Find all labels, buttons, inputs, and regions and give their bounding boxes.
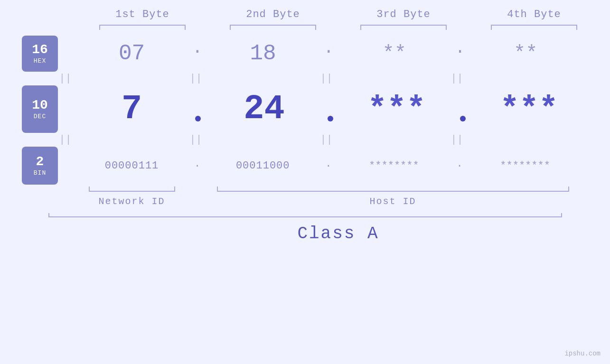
hex-dot3: . — [455, 38, 465, 58]
dec-val4: *** — [500, 91, 558, 128]
hex-val2: 18 — [250, 41, 276, 66]
bin-cell-2: 00011000 — [197, 160, 328, 172]
eq-sym-1: || — [59, 73, 71, 84]
dec-badge: 10 DEC — [22, 85, 58, 133]
bin-cell-4: ******** — [460, 160, 591, 172]
hex-values-row: 07 . 18 . ** . ** — [0, 36, 610, 72]
eq-sym-8: || — [450, 134, 463, 146]
dec-val2: 24 — [244, 90, 284, 129]
dec-cell-4: *** — [464, 91, 594, 128]
labels-row: Network ID Host ID — [0, 196, 610, 207]
byte-headers: 1st Byte 2nd Byte 3rd Byte 4th Byte — [0, 9, 610, 20]
eq-sym-3: || — [320, 73, 332, 84]
bin-cell-3: ******** — [328, 160, 459, 172]
dec-val3: *** — [367, 91, 425, 128]
eq-sym-5: || — [59, 134, 71, 146]
byte4-header: 4th Byte — [469, 9, 600, 20]
bin-val4: ******** — [500, 160, 550, 172]
hex-badge-num: 16 — [32, 43, 48, 57]
eq-sym-2: || — [189, 73, 202, 84]
bracket-byte2 — [208, 22, 338, 31]
hex-val3: ** — [383, 42, 406, 65]
eq-sym-6: || — [189, 134, 202, 146]
bin-dot2: . — [325, 158, 331, 170]
hex-cell-4: ** — [460, 42, 591, 65]
dec-cell-3: *** — [331, 91, 462, 128]
eq-sym-4: || — [450, 73, 463, 84]
eq2-2: || — [131, 134, 261, 146]
dec-cell-2: 24 — [199, 90, 329, 129]
bin-badge-num: 2 — [36, 155, 44, 169]
bin-badge: 2 BIN — [22, 147, 58, 185]
bottom-full-bracket — [44, 212, 566, 220]
bracket-byte3 — [338, 22, 469, 31]
hex-cell-1: 07 — [66, 41, 197, 66]
dec-dot1 — [195, 116, 201, 121]
hex-section: 16 HEX 07 . 18 . ** . ** — [0, 36, 610, 72]
equals-row-1: || || || || — [0, 73, 610, 84]
dec-badge-label: DEC — [34, 113, 46, 120]
hex-val4: ** — [514, 42, 537, 65]
eq-sym-7: || — [320, 134, 332, 146]
bin-values-row: 00000111 . 00011000 . ******** . *******… — [0, 147, 610, 185]
dec-values-row: 7 24 *** *** — [0, 85, 610, 133]
eq1-2: || — [131, 73, 261, 84]
hex-dot1: . — [192, 38, 203, 58]
bin-cell-1: 00000111 — [66, 160, 197, 172]
eq2-1: || — [0, 134, 131, 146]
dec-dot2 — [328, 116, 333, 121]
hex-val1: 07 — [119, 41, 145, 66]
byte1-header: 1st Byte — [77, 9, 208, 20]
bin-badge-label: BIN — [34, 169, 46, 177]
hex-cell-3: ** — [329, 42, 460, 65]
bottom-bracket-row — [0, 186, 610, 194]
eq1-1: || — [0, 73, 131, 84]
bracket-byte4 — [469, 22, 600, 31]
top-bracket-row — [0, 22, 610, 31]
dec-cell-1: 7 — [66, 90, 197, 129]
dec-badge-num: 10 — [32, 98, 48, 113]
eq1-3: || — [261, 73, 392, 84]
hex-badge-label: HEX — [34, 57, 46, 65]
eq1-4: || — [392, 73, 522, 84]
bin-val1: 00000111 — [105, 160, 159, 172]
network-id-bracket — [66, 186, 197, 194]
bin-val3: ******** — [369, 160, 419, 172]
byte2-header: 2nd Byte — [208, 9, 338, 20]
bin-section: 2 BIN 00000111 . 00011000 . ******** . *… — [0, 147, 610, 185]
watermark: ipshu.com — [564, 350, 601, 357]
host-id-bracket — [197, 186, 589, 194]
main-container: 1st Byte 2nd Byte 3rd Byte 4th Byte — [0, 0, 610, 364]
hex-badge: 16 HEX — [22, 36, 58, 72]
host-id-label: Host ID — [197, 196, 589, 207]
equals-row-2: || || || || — [0, 134, 610, 146]
eq2-3: || — [261, 134, 392, 146]
bin-dot3: . — [456, 158, 462, 170]
eq2-4: || — [392, 134, 522, 146]
bin-dot1: . — [194, 158, 200, 170]
bin-val2: 00011000 — [236, 160, 290, 172]
dec-dot3 — [460, 116, 466, 121]
dec-val1: 7 — [122, 90, 142, 129]
hex-dot2: . — [324, 38, 334, 58]
class-label: Class A — [0, 224, 610, 243]
network-id-label: Network ID — [66, 196, 197, 207]
dec-section: 10 DEC 7 24 *** *** — [0, 85, 610, 133]
byte3-header: 3rd Byte — [338, 9, 469, 20]
bracket-byte1 — [77, 22, 208, 31]
hex-cell-2: 18 — [198, 41, 328, 66]
